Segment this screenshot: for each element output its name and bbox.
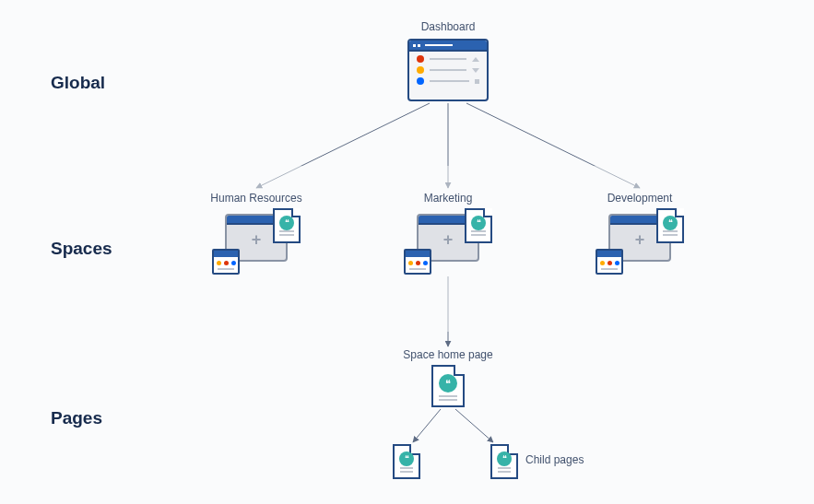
- node-label-development: Development: [575, 192, 704, 205]
- label-pages: Pages: [51, 408, 102, 428]
- dashboard-icon: [407, 39, 489, 101]
- page-icon-home: ❝: [431, 365, 465, 407]
- node-label-child-pages: Child pages: [525, 453, 584, 466]
- label-global: Global: [51, 73, 105, 93]
- band-global: Global Dashboard: [0, 0, 814, 166]
- hierarchy-diagram: Global Dashboard Spaces Human Resources …: [0, 0, 814, 504]
- band-pages: Pages Space home page ❝ ❝ ❝ Child pages: [0, 332, 814, 504]
- node-label-dashboard: Dashboard: [383, 20, 513, 33]
- label-spaces: Spaces: [51, 239, 112, 259]
- space-icon-development: + ❝: [596, 208, 684, 275]
- page-icon-child-2: ❝: [490, 444, 518, 479]
- page-icon-child-1: ❝: [393, 444, 420, 479]
- band-spaces: Spaces Human Resources Marketing Develop…: [0, 166, 814, 332]
- node-label-marketing: Marketing: [383, 192, 513, 205]
- space-icon-marketing: + ❝: [404, 208, 492, 275]
- node-label-space-home: Space home page: [383, 348, 513, 361]
- node-label-hr: Human Resources: [192, 192, 321, 205]
- space-icon-hr: + ❝: [212, 208, 301, 275]
